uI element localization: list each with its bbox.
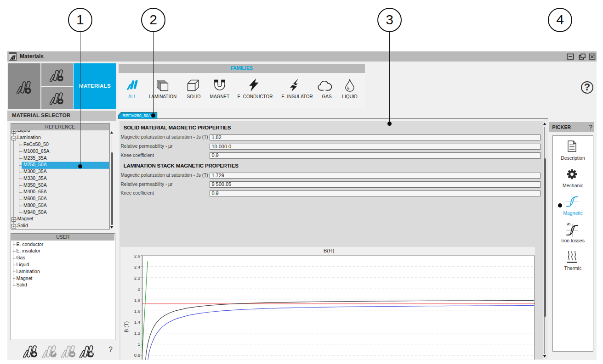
svg-text:0.8: 0.8	[134, 353, 140, 358]
svg-text:2.6: 2.6	[134, 253, 140, 258]
svg-text:1.2: 1.2	[134, 330, 140, 336]
svg-text:2: 2	[137, 286, 140, 291]
svg-text:1.8: 1.8	[134, 297, 140, 302]
svg-text:B(H): B(H)	[323, 248, 334, 253]
svg-text:2.4: 2.4	[134, 264, 140, 269]
svg-text:1.4: 1.4	[134, 319, 140, 325]
svg-text:2.2: 2.2	[134, 275, 140, 280]
svg-text:1.6: 1.6	[134, 308, 140, 314]
svg-text:1: 1	[137, 342, 140, 347]
svg-text:B (T): B (T)	[123, 321, 129, 332]
